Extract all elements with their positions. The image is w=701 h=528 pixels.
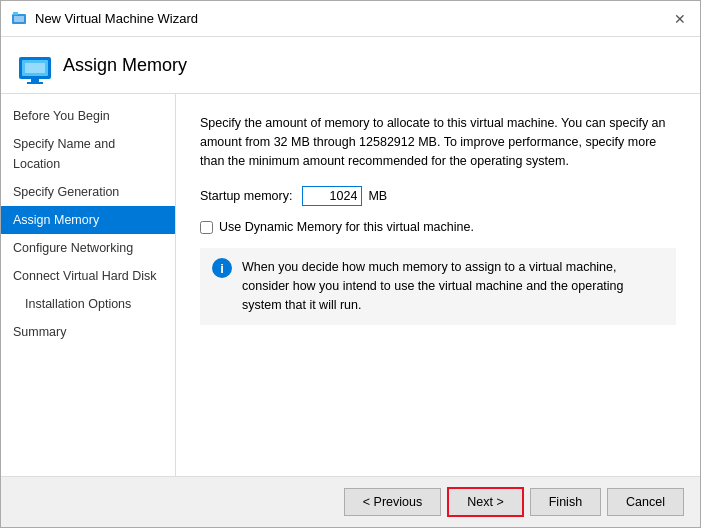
dynamic-memory-checkbox[interactable] [200,221,213,234]
info-text: When you decide how much memory to assig… [242,258,664,314]
sidebar-item-summary[interactable]: Summary [1,318,175,346]
sidebar-item-installation-options[interactable]: Installation Options [1,290,175,318]
info-icon: i [212,258,232,278]
svg-rect-5 [25,63,45,73]
info-box: i When you decide how much memory to ass… [200,248,676,324]
sidebar: Before You BeginSpecify Name and Locatio… [1,94,176,476]
dynamic-memory-row: Use Dynamic Memory for this virtual mach… [200,220,676,234]
svg-rect-1 [14,16,24,22]
close-button[interactable]: ✕ [670,9,690,29]
previous-button[interactable]: < Previous [344,488,441,516]
svg-rect-7 [27,82,43,84]
startup-memory-label: Startup memory: [200,189,292,203]
svg-rect-6 [31,79,39,82]
window-title: New Virtual Machine Wizard [35,11,670,26]
svg-rect-2 [13,12,18,15]
assign-memory-header-icon [17,49,49,81]
main-panel: Specify the amount of memory to allocate… [176,94,700,476]
cancel-button[interactable]: Cancel [607,488,684,516]
startup-memory-input[interactable] [302,186,362,206]
finish-button[interactable]: Finish [530,488,601,516]
wizard-window: New Virtual Machine Wizard ✕ Assign Memo… [0,0,701,528]
sidebar-item-specify-generation[interactable]: Specify Generation [1,178,175,206]
content-area: Before You BeginSpecify Name and Locatio… [1,94,700,476]
dynamic-memory-label: Use Dynamic Memory for this virtual mach… [219,220,474,234]
description-text: Specify the amount of memory to allocate… [200,114,676,170]
wizard-header-title: Assign Memory [63,55,187,76]
sidebar-item-connect-virtual-hard-disk[interactable]: Connect Virtual Hard Disk [1,262,175,290]
memory-unit: MB [368,189,387,203]
sidebar-item-specify-name[interactable]: Specify Name and Location [1,130,175,178]
sidebar-item-assign-memory[interactable]: Assign Memory [1,206,175,234]
next-button[interactable]: Next > [447,487,523,517]
footer: < Previous Next > Finish Cancel [1,476,700,527]
title-bar: New Virtual Machine Wizard ✕ [1,1,700,37]
window-icon [11,11,27,27]
sidebar-item-before-you-begin[interactable]: Before You Begin [1,102,175,130]
sidebar-item-configure-networking[interactable]: Configure Networking [1,234,175,262]
wizard-header: Assign Memory [1,37,700,94]
startup-memory-row: Startup memory: MB [200,186,676,206]
